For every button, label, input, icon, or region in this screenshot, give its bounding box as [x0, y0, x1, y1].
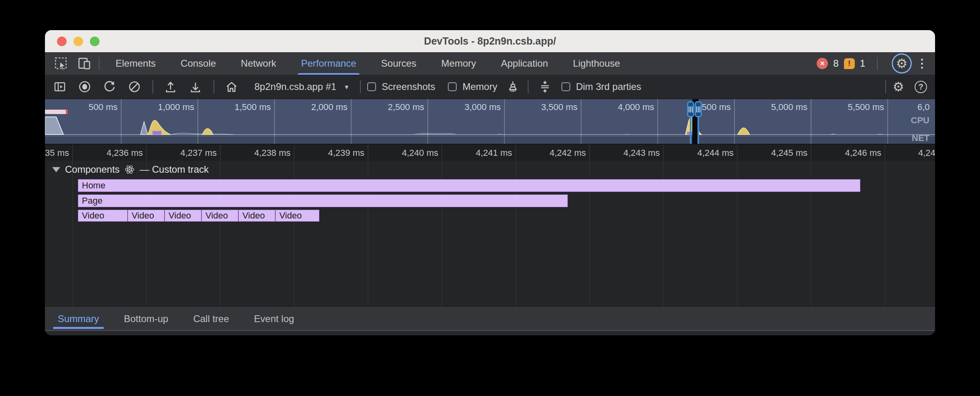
target-selector-label[interactable]: 8p2n9n.csb.app #1 [254, 81, 336, 92]
settings-focus-ring[interactable]: ⚙ [892, 53, 912, 73]
toolbar-separator [152, 80, 153, 93]
track-name: Components [65, 164, 120, 175]
collect-garbage-icon[interactable] [506, 80, 520, 94]
dim-3rd-parties-checkbox[interactable] [561, 82, 570, 91]
bottom-tabbar: SummaryBottom-upCall treeEvent log [45, 307, 935, 330]
track-bar[interactable]: Video [78, 210, 128, 222]
toolbar-separator [360, 80, 361, 93]
toolbar-right-cluster: ⚙ ? [879, 80, 927, 93]
memory-checkbox[interactable] [448, 82, 457, 91]
inspect-element-icon[interactable] [53, 55, 69, 71]
tab-elements[interactable]: Elements [112, 52, 159, 75]
selection-right-line [697, 115, 699, 144]
chart-gridline [72, 161, 73, 307]
panel-tabs: ElementsConsoleNetworkPerformanceSources… [112, 52, 642, 75]
cpu-lane-label: CPU [911, 115, 929, 126]
bottom-tab-event-log[interactable]: Event log [252, 308, 296, 330]
track-bar[interactable]: Video [201, 210, 238, 222]
screenshots-label[interactable]: Screenshots [382, 81, 435, 92]
warning-badge-icon[interactable]: ! [844, 58, 855, 69]
capture-settings-gear-icon[interactable]: ⚙ [893, 80, 904, 93]
error-badge-icon[interactable]: × [817, 58, 828, 69]
timeline-overview[interactable]: 500 ms1,000 ms1,500 ms2,000 ms2,500 ms3,… [45, 99, 935, 144]
home-icon[interactable] [225, 80, 238, 94]
reload-record-button[interactable] [103, 80, 116, 94]
react-atom-icon [124, 164, 135, 175]
help-icon[interactable]: ? [915, 81, 927, 93]
screenshots-checkbox[interactable] [367, 82, 376, 91]
toolbar-separator [528, 80, 529, 93]
window-bottom-edge [45, 330, 935, 335]
track-bar[interactable]: Video [128, 210, 165, 222]
upload-profile-icon[interactable] [164, 80, 177, 94]
tab-console[interactable]: Console [177, 52, 219, 75]
collapse-triangle-icon[interactable] [52, 167, 60, 172]
zoom-window-button[interactable] [90, 37, 100, 46]
selection-left-line [690, 115, 691, 144]
device-toolbar-icon[interactable] [76, 55, 92, 71]
download-profile-icon[interactable] [189, 80, 202, 94]
net-lane-label: NET [912, 133, 929, 143]
network-request-bar [45, 110, 66, 114]
memory-label[interactable]: Memory [462, 81, 497, 92]
network-request-bar-end [66, 110, 68, 114]
clear-recording-icon[interactable] [128, 80, 141, 94]
compress-tracks-icon[interactable] [538, 80, 552, 94]
devtools-tabbar: ElementsConsoleNetworkPerformanceSources… [45, 52, 935, 75]
toolbar-separator [877, 57, 878, 70]
more-options-icon[interactable] [917, 59, 927, 69]
titlebar: DevTools - 8p2n9n.csb.app/ [45, 30, 935, 52]
custom-track-header[interactable]: Components — Custom track [52, 164, 209, 175]
track-bar[interactable]: Page [78, 194, 568, 207]
traffic-lights [57, 30, 100, 52]
record-button[interactable] [78, 80, 91, 94]
bottom-tab-call-tree[interactable]: Call tree [191, 308, 230, 330]
toolbar-separator [99, 57, 100, 70]
warning-count[interactable]: 1 [860, 58, 865, 69]
ruler-tick-label: 4,246 ms [779, 148, 881, 158]
chart-gridline [884, 161, 885, 307]
track-bar[interactable]: Video [238, 210, 275, 222]
window-title: DevTools - 8p2n9n.csb.app/ [424, 35, 556, 47]
bottom-tab-bottom-up[interactable]: Bottom-up [122, 308, 170, 330]
minimize-window-button[interactable] [73, 37, 83, 46]
toolbar-separator [213, 80, 214, 93]
tab-memory[interactable]: Memory [438, 52, 480, 75]
performance-toolbar: 8p2n9n.csb.app #1 ▼ Screenshots Memory [45, 75, 935, 99]
track-bar[interactable]: Video [275, 210, 319, 222]
toolbar-separator [885, 80, 886, 93]
network-lane [45, 136, 935, 144]
devtools-window: DevTools - 8p2n9n.csb.app/ ElementsConso… [45, 30, 935, 335]
track-suffix: — Custom track [140, 164, 209, 175]
bottom-tab-summary[interactable]: Summary [56, 308, 101, 330]
track-bar[interactable]: Home [78, 179, 860, 192]
tab-application[interactable]: Application [498, 52, 551, 75]
chevron-down-icon: ▼ [344, 84, 350, 90]
detail-time-ruler[interactable]: 35 ms4,236 ms4,237 ms4,238 ms4,239 ms4,2… [45, 144, 935, 161]
tab-network[interactable]: Network [238, 52, 279, 75]
close-window-button[interactable] [57, 37, 67, 46]
flame-chart-area[interactable]: Components — Custom track HomePageVideoV… [45, 161, 935, 307]
tabbar-right-cluster: × 8 ! 1 ⚙ [817, 53, 927, 73]
target-selector[interactable]: 8p2n9n.csb.app #1 ▼ [250, 81, 350, 92]
desktop-background: DevTools - 8p2n9n.csb.app/ ElementsConso… [0, 0, 980, 396]
tab-performance[interactable]: Performance [298, 52, 359, 75]
dim-3rd-parties-label[interactable]: Dim 3rd parties [576, 81, 641, 92]
track-bar[interactable]: Video [165, 210, 201, 222]
selection-left-handle[interactable] [687, 101, 694, 117]
ruler-gridline [884, 145, 885, 161]
error-count[interactable]: 8 [833, 58, 838, 69]
ruler-tick-label: 4,24 [918, 148, 935, 158]
toggle-sidebar-icon[interactable] [53, 80, 67, 94]
tab-lighthouse[interactable]: Lighthouse [570, 52, 623, 75]
tab-sources[interactable]: Sources [378, 52, 420, 75]
settings-gear-icon[interactable]: ⚙ [896, 57, 908, 70]
selection-right-handle[interactable] [695, 101, 702, 117]
